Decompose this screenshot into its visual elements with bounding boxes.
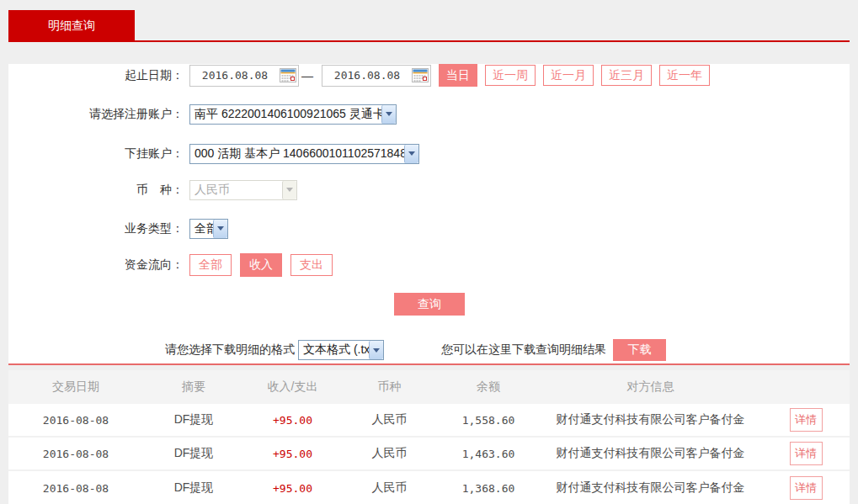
- chevron-down-icon: [369, 341, 383, 359]
- tab-detail-query[interactable]: 明细查询: [8, 10, 135, 40]
- query-form-panel: 起止日期： 2016.08.08: [8, 64, 850, 365]
- download-format-select[interactable]: 文本格式 (.txt): [298, 340, 384, 360]
- cell-trade-date: 2016-08-08: [8, 414, 143, 427]
- date-range-row: 起止日期： 2016.08.08: [8, 64, 850, 87]
- cell-counterparty: 财付通支付科技有限公司客户备付金: [539, 480, 762, 496]
- cell-balance: 1,463.60: [438, 448, 539, 460]
- quick-range-year-button[interactable]: 近一年: [659, 65, 710, 86]
- detail-button[interactable]: 详情: [790, 408, 823, 432]
- cell-amount: +95.00: [244, 448, 341, 460]
- registered-account-label: 请选择注册账户：: [8, 107, 184, 122]
- chevron-down-icon: [282, 181, 296, 199]
- cell-currency: 人民币: [341, 446, 438, 461]
- header-trade-date: 交易日期: [8, 379, 143, 395]
- quick-range-week-button[interactable]: 近一周: [485, 65, 536, 86]
- start-date-input[interactable]: 2016.08.08: [189, 65, 299, 87]
- registered-account-select[interactable]: 南平 6222001406100921065 灵通卡: [189, 104, 397, 125]
- results-table: 交易日期 摘要 收入/支出 币种 余额 对方信息 2016-08-08 DF提现…: [8, 370, 850, 504]
- fund-flow-row: 资金流向： 全部 收入 支出: [8, 253, 850, 276]
- cell-summary: DF提现: [143, 480, 244, 496]
- currency-select: 人民币: [189, 180, 297, 200]
- fund-flow-income-button[interactable]: 收入: [240, 253, 282, 277]
- fund-flow-label: 资金流向：: [8, 257, 184, 273]
- cell-balance: 1,558.60: [438, 414, 539, 427]
- cell-counterparty: 财付通支付科技有限公司客户备付金: [539, 412, 762, 427]
- calendar-icon[interactable]: [280, 68, 296, 82]
- header-currency: 币种: [341, 379, 438, 395]
- download-button[interactable]: 下载: [613, 339, 666, 361]
- registered-account-value: 南平 6222001406100921065 灵通卡: [190, 107, 381, 122]
- table-row: 2016-08-08 DF提现 +95.00 人民币 1,368.60 财付通支…: [8, 471, 850, 504]
- date-range-label: 起止日期：: [8, 68, 184, 83]
- sub-account-row: 下挂账户： 000 活期 基本户 1406600101102571848: [8, 142, 850, 165]
- sub-account-select[interactable]: 000 活期 基本户 1406600101102571848: [189, 144, 419, 164]
- business-type-select[interactable]: 全部: [189, 219, 228, 239]
- business-type-row: 业务类型： 全部: [8, 217, 850, 240]
- download-row: 请您选择下载明细的格式 文本格式 (.txt) 您可以在这里下载查询明细结果 下…: [8, 339, 850, 361]
- query-button[interactable]: 查询: [394, 293, 465, 316]
- business-type-label: 业务类型：: [8, 221, 184, 236]
- cell-balance: 1,368.60: [438, 482, 539, 495]
- header-balance: 余额: [438, 379, 539, 395]
- tab-bar: 明细查询: [8, 10, 850, 42]
- header-counterparty: 对方信息: [539, 379, 762, 395]
- registered-account-row: 请选择注册账户： 南平 6222001406100921065 灵通卡: [8, 103, 850, 125]
- currency-value: 人民币: [190, 183, 282, 198]
- cell-actions: 详情: [762, 408, 850, 432]
- table-row: 2016-08-08 DF提现 +95.00 人民币 1,558.60 财付通支…: [8, 404, 850, 438]
- fund-flow-expense-button[interactable]: 支出: [290, 254, 333, 276]
- quick-range-today-button[interactable]: 当日: [439, 64, 477, 87]
- date-range-separator: —: [301, 69, 313, 82]
- cell-trade-date: 2016-08-08: [8, 482, 143, 495]
- currency-row: 币 种： 人民币: [8, 178, 850, 201]
- header-summary: 摘要: [143, 379, 244, 395]
- chevron-down-icon: [213, 220, 227, 238]
- cell-trade-date: 2016-08-08: [8, 448, 143, 460]
- header-income-expense: 收入/支出: [244, 379, 341, 395]
- cell-currency: 人民币: [341, 480, 438, 496]
- download-hint: 您可以在这里下载查询明细结果: [441, 342, 606, 358]
- detail-button[interactable]: 详情: [790, 442, 823, 465]
- chevron-down-icon: [404, 145, 418, 163]
- page-content: 明细查询 起止日期： 2016.08.08: [8, 10, 850, 504]
- sub-account-value: 000 活期 基本户 1406600101102571848: [190, 146, 404, 162]
- cell-currency: 人民币: [341, 412, 438, 427]
- cell-amount: +95.00: [244, 482, 341, 495]
- quick-range-month-button[interactable]: 近一月: [543, 65, 594, 86]
- calendar-icon[interactable]: [412, 68, 429, 82]
- chevron-down-icon: [381, 105, 396, 124]
- cell-summary: DF提现: [143, 412, 244, 427]
- detail-button[interactable]: 详情: [790, 476, 823, 500]
- fund-flow-all-button[interactable]: 全部: [189, 254, 232, 276]
- sub-account-label: 下挂账户：: [8, 146, 184, 162]
- cell-actions: 详情: [762, 476, 850, 500]
- quick-range-3months-button[interactable]: 近三月: [601, 65, 652, 86]
- cell-amount: +95.00: [244, 414, 341, 427]
- download-format-label: 请您选择下载明细的格式: [165, 342, 295, 358]
- currency-label: 币 种：: [8, 183, 184, 198]
- cell-summary: DF提现: [143, 446, 244, 461]
- start-date-value: 2016.08.08: [190, 69, 280, 82]
- cell-actions: 详情: [762, 442, 850, 465]
- download-format-value: 文本格式 (.txt): [299, 342, 369, 358]
- table-header-row: 交易日期 摘要 收入/支出 币种 余额 对方信息: [8, 370, 850, 404]
- business-type-value: 全部: [190, 221, 213, 236]
- table-row: 2016-08-08 DF提现 +95.00 人民币 1,463.60 财付通支…: [8, 438, 850, 471]
- end-date-value: 2016.08.08: [322, 69, 412, 82]
- end-date-input[interactable]: 2016.08.08: [322, 65, 431, 87]
- cell-counterparty: 财付通支付科技有限公司客户备付金: [539, 446, 762, 461]
